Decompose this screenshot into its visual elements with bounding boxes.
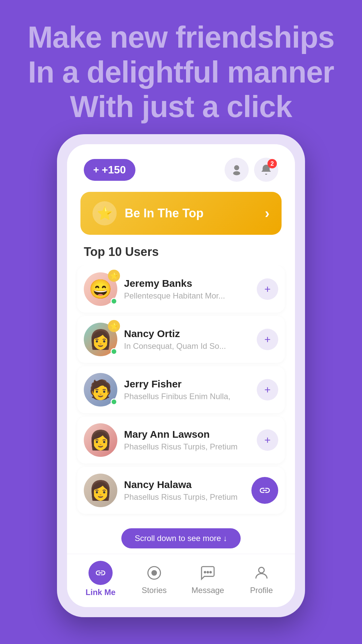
add-button[interactable]: + <box>257 329 278 350</box>
avatar-wrap: 🧑 <box>84 373 117 407</box>
user-desc: Phasellus Risus Turpis, Pretium <box>124 442 250 451</box>
banner-left: ⭐ Be In The Top <box>93 201 203 225</box>
avatar-wrap: 👩 <box>84 423 117 457</box>
avatar-wrap: 😄 ⭐ <box>84 272 117 306</box>
user-name: Nancy Ortiz <box>124 328 250 339</box>
nav-item-linkme[interactable]: Link Me <box>80 561 121 597</box>
scroll-more-label: Scroll down to see more ↓ <box>135 534 227 543</box>
list-item: 🧑 Jerry Fisher Phasellus Finibus Enim Nu… <box>77 366 285 413</box>
user-info: Mary Ann Lawson Phasellus Risus Turpis, … <box>124 429 250 451</box>
hero-section: Make new friendships In a delightful man… <box>0 20 362 124</box>
user-info: Nancy Ortiz In Consequat, Quam Id So... <box>124 328 250 351</box>
stories-icon <box>144 563 164 583</box>
hero-line2: In a delightful manner <box>28 55 334 89</box>
list-item: 😄 ⭐ Jeremy Banks Pellentesque Habitant M… <box>77 266 285 313</box>
add-button[interactable]: + <box>257 429 278 451</box>
svg-point-4 <box>204 572 206 573</box>
section-title: Top 10 Users <box>67 245 295 266</box>
user-name: Nancy Halawa <box>124 479 245 490</box>
points-value: +150 <box>102 164 126 176</box>
be-in-top-banner[interactable]: ⭐ Be In The Top › <box>80 192 282 235</box>
nav-item-message[interactable]: Message <box>188 563 228 595</box>
user-name: Jeremy Banks <box>124 278 250 289</box>
link-icon <box>259 484 271 496</box>
stories-label: Stories <box>142 586 167 595</box>
scroll-more-section: Scroll down to see more ↓ <box>67 523 295 554</box>
mascot-button[interactable] <box>225 158 249 182</box>
message-icon <box>198 563 218 583</box>
points-badge[interactable]: + +150 <box>84 159 135 181</box>
user-desc: Phasellus Risus Turpis, Pretium <box>124 492 245 502</box>
avatar: 👩 <box>84 423 117 457</box>
user-info: Jerry Fisher Phasellus Finibus Enim Null… <box>124 378 250 401</box>
user-desc: In Consequat, Quam Id So... <box>124 341 250 351</box>
phone-inner: + +150 2 <box>67 144 295 607</box>
list-item: 👩 Mary Ann Lawson Phasellus Risus Turpis… <box>77 417 285 464</box>
link-button[interactable] <box>251 477 278 504</box>
user-info: Jeremy Banks Pellentesque Habitant Mor..… <box>124 278 250 301</box>
hero-line1: Make new friendships <box>27 20 334 54</box>
avatar: 👩 <box>84 474 117 507</box>
phone-frame: + +150 2 <box>57 134 305 617</box>
svg-point-6 <box>210 572 211 573</box>
profile-label: Profile <box>250 586 273 595</box>
user-info: Nancy Halawa Phasellus Risus Turpis, Pre… <box>124 479 245 502</box>
header-icons: 2 <box>225 158 278 182</box>
star-icon: ⭐ <box>93 201 117 225</box>
plus-icon: + <box>93 164 99 175</box>
nav-item-profile[interactable]: Profile <box>241 563 282 595</box>
svg-point-5 <box>207 572 208 573</box>
add-button[interactable]: + <box>257 278 278 300</box>
svg-point-1 <box>233 171 240 175</box>
user-desc: Pellentesque Habitant Mor... <box>124 291 250 301</box>
svg-point-0 <box>234 165 239 170</box>
linkme-label: Link Me <box>85 588 115 597</box>
scroll-more-button[interactable]: Scroll down to see more ↓ <box>121 528 241 548</box>
app-screen: + +150 2 <box>67 144 295 607</box>
user-list: 😄 ⭐ Jeremy Banks Pellentesque Habitant M… <box>67 266 295 523</box>
message-label: Message <box>191 586 224 595</box>
notification-button[interactable]: 2 <box>254 158 278 182</box>
list-item: 👩 Nancy Halawa Phasellus Risus Turpis, P… <box>77 467 285 514</box>
hero-line3: With just a click <box>70 90 292 123</box>
mascot-icon <box>231 164 243 176</box>
banner-label: Be In The Top <box>125 206 203 220</box>
banner-arrow-icon: › <box>265 205 269 221</box>
svg-point-3 <box>152 570 157 576</box>
svg-point-7 <box>259 567 264 573</box>
rank-badge-icon: ⭐ <box>108 270 120 282</box>
user-name: Jerry Fisher <box>124 378 250 390</box>
user-name: Mary Ann Lawson <box>124 429 250 440</box>
linkme-icon <box>88 561 113 585</box>
app-header: + +150 2 <box>67 144 295 189</box>
rank-badge-icon: ⭐ <box>108 320 120 332</box>
add-button[interactable]: + <box>257 379 278 400</box>
avatar-wrap: 👩 <box>84 474 117 507</box>
online-indicator <box>111 298 117 305</box>
user-desc: Phasellus Finibus Enim Nulla, <box>124 392 250 401</box>
nav-item-stories[interactable]: Stories <box>134 563 174 595</box>
online-indicator <box>111 398 117 405</box>
online-indicator <box>111 348 117 355</box>
avatar-wrap: 👩 ⭐ <box>84 323 117 356</box>
notification-count: 2 <box>267 159 277 168</box>
list-item: 👩 ⭐ Nancy Ortiz In Consequat, Quam Id So… <box>77 316 285 363</box>
profile-icon <box>251 563 272 583</box>
bottom-navigation: Link Me Stories <box>67 554 295 607</box>
